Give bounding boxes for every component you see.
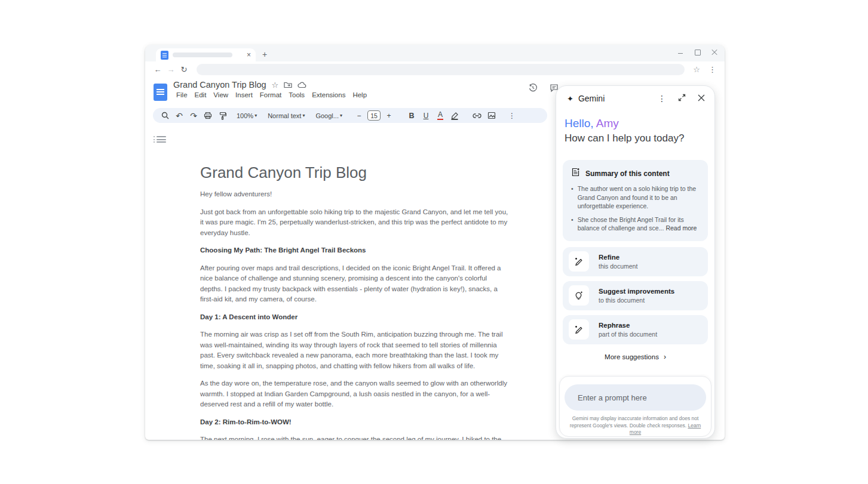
suggestion-title: Refine (599, 253, 637, 262)
gemini-sparkle-icon: ✦ (567, 94, 573, 103)
docs-menubar: File Edit View Insert Format Tools Exten… (173, 91, 370, 99)
search-icon[interactable] (159, 110, 171, 122)
print-icon[interactable] (202, 110, 214, 122)
forward-icon: → (164, 65, 177, 74)
back-icon[interactable]: ← (151, 65, 164, 74)
doc-paragraph: After pouring over maps and trail descri… (200, 263, 508, 305)
reload-icon[interactable]: ↻ (177, 65, 191, 74)
window-controls (678, 47, 717, 58)
menu-edit[interactable]: Edit (192, 91, 210, 99)
suggestion-subtitle: to this document (599, 296, 674, 304)
doc-paragraph: The next morning, I rose with the sun, e… (200, 434, 508, 440)
gemini-menu-icon[interactable]: ⋮ (658, 94, 666, 103)
suggestion-title: Suggest improvements (599, 287, 674, 296)
insert-link-icon[interactable] (471, 110, 483, 122)
prompt-input-pill[interactable] (565, 384, 706, 411)
doc-heading-title: Grand Canyon Trip Blog (200, 162, 508, 183)
summary-bullet-2: • She chose the Bright Angel Trail for i… (571, 215, 700, 233)
font-family-select[interactable]: Googl...▾ (315, 110, 342, 122)
cloud-saved-icon[interactable] (297, 82, 306, 88)
bold-button[interactable]: B (406, 110, 418, 122)
browser-menu-icon[interactable]: ⋮ (708, 65, 716, 74)
font-size-decrease-button[interactable]: − (353, 110, 365, 122)
pen-spark-icon (569, 251, 589, 272)
text-color-button[interactable]: A (434, 110, 446, 122)
docs-favicon-icon (161, 51, 168, 60)
gemini-title: Gemini (578, 94, 605, 103)
summary-card[interactable]: Summary of this content • The author wen… (563, 160, 708, 241)
new-tab-button[interactable]: + (262, 50, 267, 59)
doc-subheading: Day 2: Rim-to-Rim-to-WOW! (200, 417, 508, 428)
doc-paragraph: As the day wore on, the temperature rose… (200, 378, 508, 410)
menu-help[interactable]: Help (349, 91, 370, 99)
document-title[interactable]: Grand Canyon Trip Blog (173, 80, 266, 90)
doc-paragraph: Hey fellow adventurers! (200, 189, 508, 200)
docs-toolbar: ↶ ↷ 100%▾ Normal text▾ Googl (153, 108, 547, 123)
suggestion-refine[interactable]: Refine this document (563, 247, 708, 276)
gemini-greeting: Hello, Amy How can I help you today? (556, 107, 714, 146)
paint-format-icon[interactable] (216, 110, 228, 122)
address-bar[interactable] (197, 64, 685, 75)
tab-close-icon[interactable]: × (247, 51, 251, 58)
chevron-down-icon: ▾ (340, 113, 342, 118)
menu-insert[interactable]: Insert (232, 91, 256, 99)
greeting-name: Amy (594, 117, 619, 130)
summarize-icon (571, 168, 580, 179)
window-close-icon[interactable] (711, 50, 717, 56)
more-suggestions-link[interactable]: More suggestions› (556, 353, 714, 361)
undo-icon[interactable]: ↶ (173, 110, 185, 122)
bookmark-star-icon[interactable]: ☆ (693, 65, 700, 74)
summary-bullet-1: • The author went on a solo hiking trip … (571, 184, 700, 211)
redo-icon[interactable]: ↷ (188, 110, 200, 122)
insert-image-icon[interactable] (486, 110, 498, 122)
maximize-icon[interactable] (695, 50, 701, 56)
minimize-icon[interactable] (678, 50, 684, 56)
gemini-disclaimer: Gemini may display inaccurate informatio… (560, 415, 711, 436)
suggestion-subtitle: part of this document (599, 330, 657, 338)
greeting-hello: Hello, (565, 117, 594, 130)
document-outline-icon[interactable] (157, 136, 166, 144)
gemini-expand-icon[interactable] (678, 93, 686, 104)
underline-button[interactable]: U (420, 110, 432, 122)
chevron-right-icon: › (664, 353, 666, 361)
doc-subheading: Day 1: A Descent into Wonder (200, 312, 508, 323)
summary-title: Summary of this content (585, 169, 670, 178)
menu-view[interactable]: View (210, 91, 231, 99)
paragraph-style-select[interactable]: Normal text▾ (268, 110, 305, 122)
zoom-select[interactable]: 100%▾ (237, 110, 257, 122)
lightbulb-spark-icon (569, 285, 589, 306)
docs-logo-icon[interactable] (154, 84, 167, 101)
font-size-input[interactable]: 15 (367, 110, 381, 121)
doc-subheading: Choosing My Path: The Bright Angel Trail… (200, 245, 508, 256)
browser-tab-strip: × + (145, 45, 725, 61)
version-history-icon[interactable] (528, 83, 538, 95)
gemini-panel: ✦ Gemini ⋮ Hello, Amy How c (556, 85, 715, 439)
document-canvas[interactable]: Grand Canyon Trip Blog Hey fellow advent… (200, 162, 508, 440)
read-more-link[interactable]: Read more (665, 224, 697, 232)
browser-tab[interactable]: × (156, 48, 256, 61)
move-folder-icon[interactable] (284, 81, 292, 88)
gemini-close-icon[interactable] (698, 93, 705, 104)
toolbar-more-icon[interactable]: ⋮ (506, 110, 518, 122)
prompt-input[interactable] (565, 393, 706, 402)
suggestion-improvements[interactable]: Suggest improvements to this document (563, 281, 708, 310)
menu-tools[interactable]: Tools (286, 91, 308, 99)
doc-paragraph: The morning air was crisp as I set off f… (200, 329, 508, 371)
menu-file[interactable]: File (173, 91, 191, 99)
menu-format[interactable]: Format (257, 91, 284, 99)
chevron-down-icon: ▾ (302, 113, 305, 118)
greeting-question: How can I help you today? (565, 131, 704, 146)
suggestion-rephrase[interactable]: Rephrase part of this document (563, 315, 708, 344)
tab-title-placeholder (173, 53, 232, 57)
browser-navbar: ← → ↻ ☆ ⋮ (145, 61, 725, 77)
screenshot-stage: × + ← → ↻ ☆ ⋮ Grand Canyon (0, 0, 868, 484)
highlight-color-icon[interactable] (449, 110, 461, 122)
menu-extensions[interactable]: Extensions (309, 91, 348, 99)
gemini-header: ✦ Gemini ⋮ (556, 86, 714, 107)
suggestion-title: Rephrase (599, 321, 657, 330)
star-document-icon[interactable]: ☆ (272, 81, 279, 90)
prompt-area: Gemini may display inaccurate informatio… (559, 376, 711, 437)
font-size-increase-button[interactable]: + (383, 110, 395, 122)
suggestion-subtitle: this document (599, 262, 637, 270)
doc-paragraph: Just got back from an unforgettable solo… (200, 207, 508, 239)
